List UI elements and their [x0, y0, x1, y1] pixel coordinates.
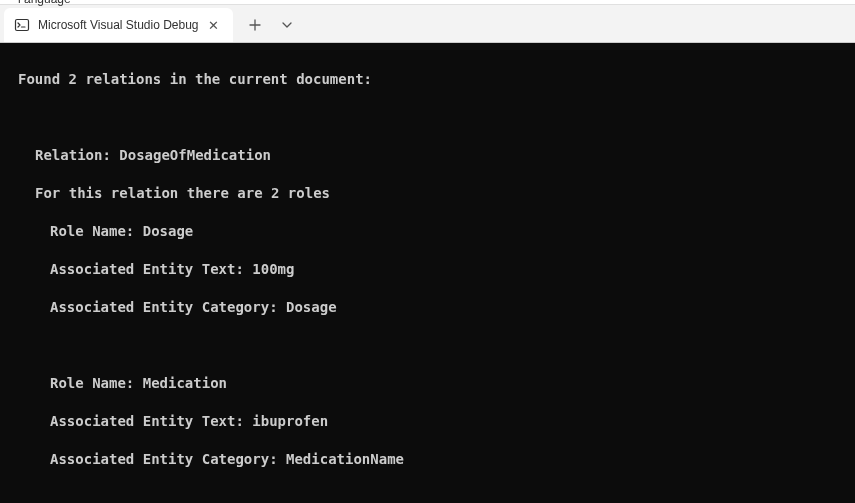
- close-icon[interactable]: ✕: [205, 16, 223, 34]
- console-header: Found 2 relations in the current documen…: [0, 70, 855, 89]
- role-name: Role Name: Dosage: [0, 222, 855, 241]
- relation-name: Relation: DosageOfMedication: [0, 146, 855, 165]
- console-blank: [0, 488, 855, 503]
- titlebar-text: l anguage: [18, 0, 71, 6]
- relation-roles-count: For this relation there are 2 roles: [0, 184, 855, 203]
- entity-text: Associated Entity Text: ibuprofen: [0, 412, 855, 431]
- console-blank: [0, 108, 855, 127]
- role-name: Role Name: Medication: [0, 374, 855, 393]
- entity-category: Associated Entity Category: Dosage: [0, 298, 855, 317]
- console-blank: [0, 336, 855, 355]
- tab-bar: Microsoft Visual Studio Debug ✕: [0, 5, 855, 43]
- terminal-icon: [14, 17, 30, 33]
- tab-dropdown-button[interactable]: [273, 11, 301, 39]
- entity-category: Associated Entity Category: MedicationNa…: [0, 450, 855, 469]
- new-tab-button[interactable]: [241, 11, 269, 39]
- console-output: Found 2 relations in the current documen…: [0, 43, 855, 503]
- entity-text: Associated Entity Text: 100mg: [0, 260, 855, 279]
- tab-active[interactable]: Microsoft Visual Studio Debug ✕: [4, 8, 233, 42]
- tab-controls: [235, 8, 301, 42]
- svg-rect-0: [16, 20, 29, 31]
- tab-title: Microsoft Visual Studio Debug: [38, 18, 199, 32]
- window-titlebar: l anguage: [0, 0, 855, 5]
